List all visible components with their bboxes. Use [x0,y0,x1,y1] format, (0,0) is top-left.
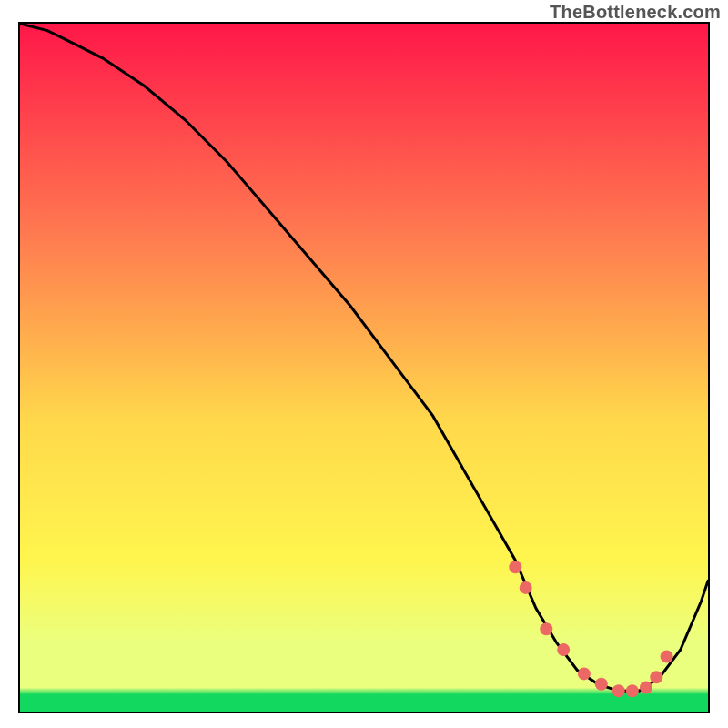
marker-dot [612,684,625,697]
chart-frame: TheBottleneck.com [0,0,728,728]
marker-dot [578,667,591,680]
marker-dot [520,581,532,594]
marker-dot [640,682,652,694]
marker-dot [626,684,639,697]
watermark-text: TheBottleneck.com [550,2,721,23]
marker-group [509,561,672,697]
marker-dot [557,643,570,656]
marker-dot [595,678,608,691]
chart-overlay [20,24,708,712]
plot-area [18,22,710,713]
marker-dot [509,561,521,573]
marker-dot [540,622,552,635]
bottleneck-curve [20,24,708,691]
marker-dot [661,651,673,663]
marker-dot [650,671,662,683]
